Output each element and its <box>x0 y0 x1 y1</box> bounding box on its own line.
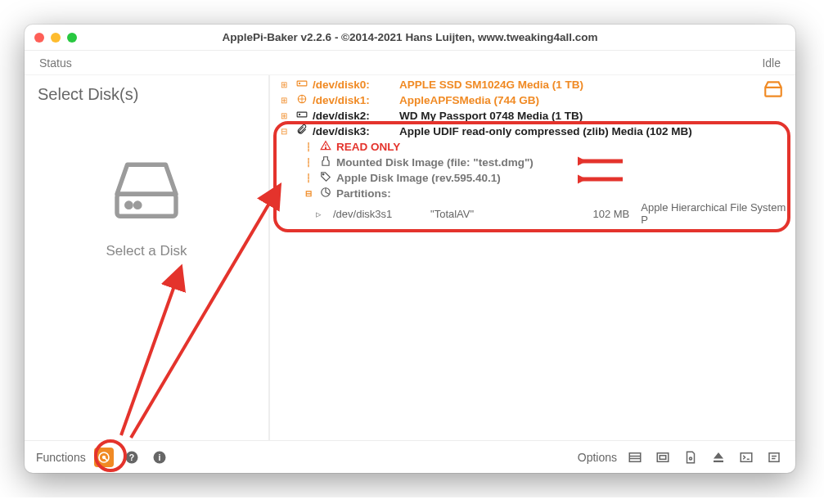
disk-row-disk0[interactable]: ⊞ /dev/disk0: APPLE SSD SM1024G Media (1… <box>273 77 789 92</box>
volume-icon <box>296 93 308 107</box>
traffic-lights <box>34 33 77 43</box>
help-button[interactable]: ? <box>122 448 142 467</box>
warning-icon <box>319 140 331 154</box>
disk3-partitions-header: ⊟ Partitions: <box>273 186 789 201</box>
option-frame-button[interactable] <box>653 448 673 467</box>
disk-drop-zone[interactable]: Select a Disk <box>38 110 255 437</box>
svg-point-2 <box>136 203 140 207</box>
disk-list-panel: ⊞ /dev/disk0: APPLE SSD SM1024G Media (1… <box>270 75 795 440</box>
expand-icon[interactable]: ⊞ <box>277 80 291 89</box>
tag-icon <box>319 171 331 185</box>
partition-device: /dev/disk3s1 <box>333 208 419 220</box>
titlebar: ApplePi-Baker v2.2.6 - ©2014-2021 Hans L… <box>25 25 795 51</box>
readonly-label: READ ONLY <box>336 141 400 153</box>
minimize-icon[interactable] <box>51 33 61 43</box>
imagerev-label: Apple Disk Image (rev.595.40.1) <box>336 172 501 184</box>
select-disk-heading: Select Disk(s) <box>38 85 255 104</box>
partition-name: "TotalAV" <box>430 208 563 220</box>
expand-icon[interactable]: ⊞ <box>277 96 291 105</box>
svg-rect-26 <box>660 455 666 459</box>
partition-size: 102 MB <box>574 208 629 220</box>
partition-icon <box>319 187 331 200</box>
disk-function-button[interactable] <box>94 448 114 467</box>
svg-rect-30 <box>769 452 779 461</box>
info-button[interactable]: i <box>150 448 169 467</box>
svg-text:i: i <box>158 452 160 461</box>
svg-rect-25 <box>657 452 669 461</box>
storage-icon <box>296 109 308 123</box>
svg-text:?: ? <box>128 452 133 461</box>
svg-line-17 <box>104 457 108 461</box>
attachment-icon <box>296 124 308 138</box>
disk3-partition-row[interactable]: ▹ /dev/disk3s1 "TotalAV" 102 MB Apple Hi… <box>273 201 789 226</box>
disk-placeholder: Select a Disk <box>106 243 187 259</box>
disk-device: /dev/disk2: <box>313 110 394 122</box>
disk-desc: APPLE SSD SM1024G Media (1 TB) <box>399 79 583 91</box>
disk3-readonly: ┆ READ ONLY <box>273 139 789 155</box>
disk-desc: WD My Passport 0748 Media (1 TB) <box>399 110 583 122</box>
app-window: ApplePi-Baker v2.2.6 - ©2014-2021 Hans L… <box>25 25 795 473</box>
disk-device: /dev/disk1: <box>313 94 394 106</box>
mounted-icon <box>319 155 331 169</box>
footer-toolbar: Functions ? i Options <box>25 440 795 473</box>
svg-point-8 <box>299 114 300 115</box>
disk-device: /dev/disk0: <box>313 79 394 91</box>
disk-row-disk2[interactable]: ⊞ /dev/disk2: WD My Passport 0748 Media … <box>273 108 789 124</box>
functions-label: Functions <box>36 451 86 464</box>
svg-point-27 <box>690 457 692 460</box>
disk-row-disk3[interactable]: ⊟ /dev/disk3: Apple UDIF read-only compr… <box>273 124 789 139</box>
options-label: Options <box>578 451 617 464</box>
svg-rect-4 <box>297 81 307 86</box>
svg-point-11 <box>322 173 324 175</box>
svg-rect-22 <box>629 452 641 461</box>
collapse-icon[interactable]: ⊟ <box>277 127 291 136</box>
options-group: Options <box>578 448 784 467</box>
main-body: Select Disk(s) Select a Disk <box>25 75 795 440</box>
status-bar: Status Idle <box>25 51 795 75</box>
disk-drive-icon <box>110 151 183 225</box>
disk3-mounted: ┆ Mounted Disk Image (file: "test.dmg") <box>273 155 789 170</box>
option-eject-button[interactable] <box>709 448 728 467</box>
disk-type-icon <box>763 79 784 102</box>
svg-point-10 <box>325 147 326 148</box>
storage-icon <box>296 78 308 92</box>
disk3-imagerev: ┆ Apple Disk Image (rev.595.40.1) <box>273 170 789 186</box>
disk-desc: Apple UDIF read-only compressed (zlib) M… <box>399 125 692 137</box>
svg-rect-28 <box>714 460 723 461</box>
svg-rect-7 <box>297 112 307 117</box>
status-label: Status <box>39 56 72 70</box>
option-detailed-view-button[interactable] <box>625 448 645 467</box>
select-disk-panel: Select Disk(s) Select a Disk <box>25 75 270 440</box>
partition-fs: Apple Hierarchical File System P <box>641 201 789 226</box>
expand-icon[interactable]: ⊞ <box>277 111 291 120</box>
close-icon[interactable] <box>34 33 44 43</box>
disk-desc: AppleAPFSMedia (744 GB) <box>399 94 539 106</box>
expand-icon[interactable]: ▹ <box>316 208 322 220</box>
functions-group: Functions ? i <box>36 448 169 467</box>
partitions-label: Partitions: <box>336 187 391 200</box>
window-title: ApplePi-Baker v2.2.6 - ©2014-2021 Hans L… <box>25 31 795 43</box>
svg-point-1 <box>127 203 131 207</box>
mounted-label: Mounted Disk Image (file: "test.dmg") <box>336 156 534 169</box>
option-terminal-button[interactable] <box>736 448 756 467</box>
option-notes-button[interactable] <box>764 448 784 467</box>
zoom-icon[interactable] <box>67 33 77 43</box>
disk-device: /dev/disk3: <box>313 125 394 137</box>
svg-point-5 <box>299 83 300 83</box>
option-file-button[interactable] <box>681 448 700 467</box>
status-value: Idle <box>762 56 781 70</box>
disk-row-disk1[interactable]: ⊞ /dev/disk1: AppleAPFSMedia (744 GB) <box>273 92 789 108</box>
svg-rect-29 <box>741 452 752 461</box>
